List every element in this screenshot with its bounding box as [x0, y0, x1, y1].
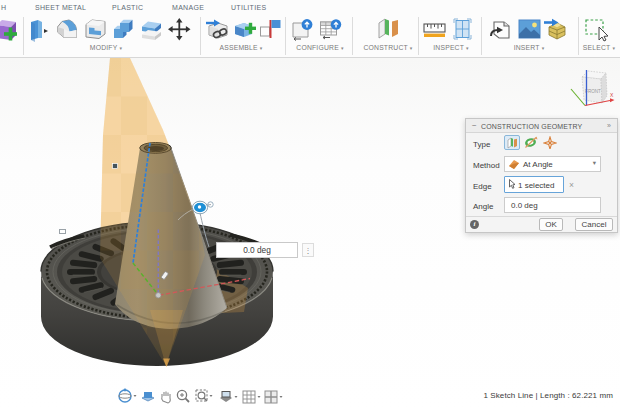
svg-text:FRONT: FRONT [585, 89, 601, 94]
svg-text:X: X [610, 92, 614, 98]
